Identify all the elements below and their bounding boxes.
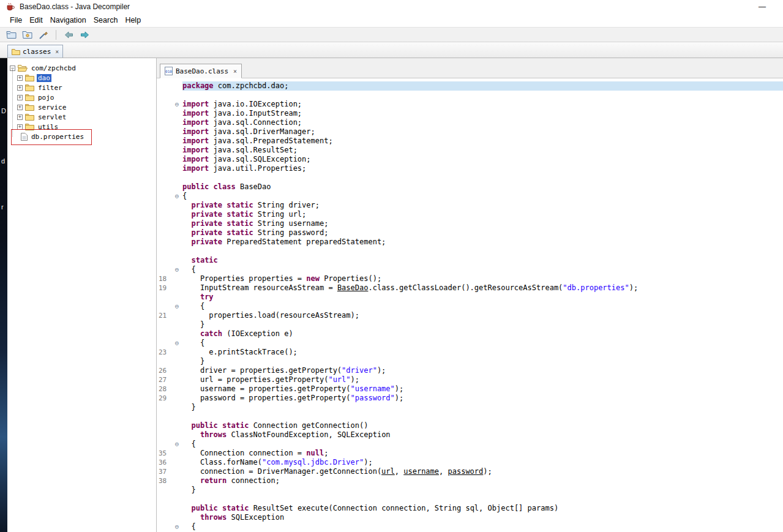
code-link[interactable]: password	[448, 467, 484, 476]
code-line: }	[157, 485, 783, 495]
expand-icon[interactable]: +	[17, 124, 23, 130]
fold-gutter	[171, 283, 182, 293]
code-text: import java.util.Properties;	[182, 164, 783, 173]
code-editor[interactable]: package com.zpchcbd.dao;⊖import java.io.…	[157, 78, 783, 532]
code-text: username = properties.getProperty("usern…	[182, 384, 783, 394]
expand-icon[interactable]: +	[17, 95, 23, 100]
fold-marker-icon[interactable]: ⊖	[171, 440, 182, 449]
tree-item-servlet[interactable]: +servlet	[15, 112, 156, 122]
fold-gutter	[171, 357, 182, 366]
code-line: ⊖import java.io.IOException;	[157, 100, 783, 109]
line-number	[157, 412, 171, 421]
code-line	[157, 495, 783, 504]
tree-item-utils[interactable]: +utils	[15, 122, 156, 132]
fold-marker-icon[interactable]: ⊖	[171, 192, 182, 201]
code-text: package com.zpchcbd.dao;	[182, 81, 783, 91]
open-type-button[interactable]	[21, 29, 34, 41]
tab-classes[interactable]: classes ×	[7, 45, 63, 58]
code-text: properties.load(resourceAsStream);	[182, 311, 783, 320]
folder-icon	[12, 48, 20, 55]
line-number	[157, 228, 171, 238]
forward-button[interactable]	[78, 29, 91, 41]
editor-tab-strip: 010 BaseDao.class ×	[157, 58, 783, 78]
folder-icon	[25, 74, 34, 81]
code-text: import java.io.IOException;	[182, 100, 783, 109]
line-number	[157, 293, 171, 302]
fold-marker-icon[interactable]: ⊖	[171, 522, 182, 531]
fold-gutter	[171, 394, 182, 403]
fold-gutter	[171, 403, 182, 412]
menu-navigation[interactable]: Navigation	[47, 16, 90, 24]
fold-marker-icon[interactable]: ⊖	[171, 265, 182, 274]
fold-gutter	[171, 109, 182, 118]
line-number	[157, 81, 171, 91]
fold-gutter	[171, 81, 182, 91]
code-text	[182, 495, 783, 504]
tab-label: classes	[23, 48, 51, 56]
back-button[interactable]	[62, 29, 75, 41]
tree-item-filter[interactable]: +filter	[15, 83, 156, 92]
code-text: Properties properties = new Properties()…	[182, 274, 783, 283]
expand-icon[interactable]: +	[17, 114, 23, 120]
code-line: private static String password;	[157, 228, 783, 238]
fold-gutter	[171, 91, 182, 100]
fold-gutter	[171, 320, 182, 329]
tree-item-pojo[interactable]: +pojo	[15, 92, 156, 102]
tree-item-dao[interactable]: +dao	[15, 73, 156, 83]
tree-item-label: servlet	[37, 113, 67, 121]
menu-edit[interactable]: Edit	[26, 16, 47, 24]
code-text: url = properties.getProperty("url");	[182, 375, 783, 384]
line-number	[157, 256, 171, 265]
line-number: 19	[157, 283, 171, 293]
expand-icon[interactable]: +	[17, 105, 23, 110]
close-icon[interactable]: ×	[233, 68, 237, 75]
folder-icon	[25, 103, 34, 111]
code-text: Connection connection = null;	[182, 449, 783, 458]
line-number: 29	[157, 394, 171, 403]
menu-search[interactable]: Search	[90, 16, 122, 24]
close-icon[interactable]: ×	[55, 48, 59, 55]
code-line: import java.sql.ResultSet;	[157, 146, 783, 155]
line-number	[157, 247, 171, 256]
fold-gutter	[171, 449, 182, 458]
code-line: import java.util.Properties;	[157, 164, 783, 173]
fold-gutter	[171, 513, 182, 522]
search-button[interactable]	[37, 29, 50, 41]
code-link[interactable]: url	[381, 467, 395, 476]
menu-file[interactable]: File	[6, 16, 26, 24]
line-number	[157, 127, 171, 137]
fold-gutter	[171, 485, 182, 495]
fold-gutter	[171, 219, 182, 228]
tree-item-service[interactable]: +service	[15, 102, 156, 112]
code-line: catch (IOException e)	[157, 329, 783, 339]
fold-gutter	[171, 467, 182, 476]
menu-bar: File Edit Navigation Search Help	[0, 13, 783, 27]
expand-icon[interactable]: +	[17, 85, 23, 91]
package-tree-panel: − com/zpchcbd +dao+filter+pojo+service+s…	[7, 58, 157, 532]
line-number	[157, 210, 171, 219]
fold-gutter	[171, 127, 182, 137]
code-line: static	[157, 256, 783, 265]
code-line: private static String username;	[157, 219, 783, 228]
tab-basedao-class[interactable]: 010 BaseDao.class ×	[160, 64, 242, 78]
code-link[interactable]: BaseDao	[337, 283, 369, 292]
minimize-button[interactable]: —	[759, 2, 766, 11]
code-text: import java.io.InputStream;	[182, 109, 783, 118]
folder-icon	[25, 94, 34, 101]
fold-gutter	[171, 228, 182, 238]
fold-gutter	[171, 137, 182, 146]
code-link[interactable]: username	[403, 467, 439, 476]
fold-gutter	[171, 375, 182, 384]
tree-item-root[interactable]: − com/zpchcbd	[7, 63, 156, 73]
fold-marker-icon[interactable]: ⊖	[171, 302, 182, 311]
line-number: 18	[157, 274, 171, 283]
fold-gutter	[171, 164, 182, 173]
code-line: public static ResultSet execute(Connecti…	[157, 504, 783, 513]
line-number	[157, 201, 171, 210]
open-file-button[interactable]	[5, 29, 18, 41]
menu-help[interactable]: Help	[121, 16, 144, 24]
expand-icon[interactable]: +	[17, 75, 23, 81]
tree-item-db.properties[interactable]: db.properties	[15, 132, 156, 141]
fold-marker-icon[interactable]: ⊖	[171, 100, 182, 109]
fold-marker-icon[interactable]: ⊖	[171, 339, 182, 348]
